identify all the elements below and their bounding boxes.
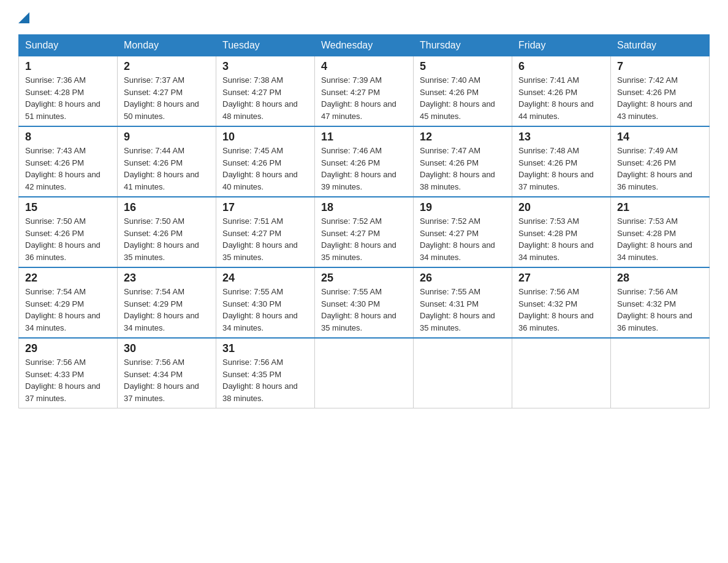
sunset-label: Sunset: 4:26 PM	[25, 158, 84, 167]
day-number: 11	[321, 131, 407, 144]
day-number: 18	[321, 201, 407, 214]
daylight-label: Daylight: 8 hours and 39 minutes.	[321, 170, 396, 191]
day-number: 20	[518, 201, 604, 214]
day-number: 21	[617, 201, 703, 214]
sunrise-label: Sunrise: 7:50 AM	[25, 216, 86, 226]
day-number: 27	[518, 272, 604, 285]
weekday-header-saturday: Saturday	[611, 35, 710, 56]
daylight-label: Daylight: 8 hours and 41 minutes.	[124, 170, 199, 191]
daylight-label: Daylight: 8 hours and 36 minutes.	[617, 170, 692, 191]
sunset-label: Sunset: 4:27 PM	[420, 229, 479, 238]
daylight-label: Daylight: 8 hours and 34 minutes.	[124, 311, 199, 332]
daylight-label: Daylight: 8 hours and 35 minutes.	[321, 311, 396, 332]
daylight-label: Daylight: 8 hours and 34 minutes.	[222, 311, 298, 332]
sunset-label: Sunset: 4:32 PM	[518, 299, 577, 308]
calendar-day-cell: 23 Sunrise: 7:54 AM Sunset: 4:29 PM Dayl…	[118, 267, 216, 338]
calendar-week-row: 22 Sunrise: 7:54 AM Sunset: 4:29 PM Dayl…	[19, 267, 710, 338]
day-number: 22	[25, 272, 111, 285]
calendar-day-cell: 16 Sunrise: 7:50 AM Sunset: 4:26 PM Dayl…	[118, 197, 216, 267]
sunset-label: Sunset: 4:29 PM	[124, 299, 183, 308]
calendar-day-cell: 24 Sunrise: 7:55 AM Sunset: 4:30 PM Dayl…	[216, 267, 315, 338]
sunrise-label: Sunrise: 7:47 AM	[420, 146, 480, 155]
sunset-label: Sunset: 4:26 PM	[518, 158, 577, 167]
calendar-week-row: 8 Sunrise: 7:43 AM Sunset: 4:26 PM Dayli…	[19, 126, 710, 197]
calendar-day-cell: 27 Sunrise: 7:56 AM Sunset: 4:32 PM Dayl…	[512, 267, 611, 338]
day-number: 31	[222, 342, 308, 355]
day-info: Sunrise: 7:50 AM Sunset: 4:26 PM Dayligh…	[124, 215, 210, 263]
sunrise-label: Sunrise: 7:38 AM	[222, 75, 283, 85]
day-number: 6	[518, 60, 604, 73]
sunset-label: Sunset: 4:28 PM	[617, 229, 676, 238]
calendar-week-row: 15 Sunrise: 7:50 AM Sunset: 4:26 PM Dayl…	[19, 197, 710, 267]
day-info: Sunrise: 7:53 AM Sunset: 4:28 PM Dayligh…	[518, 215, 604, 263]
daylight-label: Daylight: 8 hours and 42 minutes.	[25, 170, 100, 191]
calendar-day-cell: 17 Sunrise: 7:51 AM Sunset: 4:27 PM Dayl…	[216, 197, 315, 267]
calendar-day-cell: 12 Sunrise: 7:47 AM Sunset: 4:26 PM Dayl…	[414, 126, 512, 197]
calendar-day-cell: 5 Sunrise: 7:40 AM Sunset: 4:26 PM Dayli…	[414, 56, 512, 127]
daylight-label: Daylight: 8 hours and 36 minutes.	[617, 311, 692, 332]
day-info: Sunrise: 7:55 AM Sunset: 4:30 PM Dayligh…	[222, 286, 308, 334]
calendar-day-cell: 31 Sunrise: 7:56 AM Sunset: 4:35 PM Dayl…	[216, 338, 315, 408]
daylight-label: Daylight: 8 hours and 34 minutes.	[420, 240, 495, 262]
daylight-label: Daylight: 8 hours and 40 minutes.	[222, 170, 298, 191]
sunrise-label: Sunrise: 7:44 AM	[124, 146, 184, 155]
daylight-label: Daylight: 8 hours and 45 minutes.	[420, 99, 495, 121]
sunrise-label: Sunrise: 7:43 AM	[25, 146, 86, 155]
weekday-header-friday: Friday	[512, 35, 611, 56]
sunset-label: Sunset: 4:33 PM	[25, 370, 84, 379]
sunset-label: Sunset: 4:30 PM	[321, 299, 380, 308]
calendar-day-cell: 9 Sunrise: 7:44 AM Sunset: 4:26 PM Dayli…	[118, 126, 216, 197]
calendar-day-cell: 11 Sunrise: 7:46 AM Sunset: 4:26 PM Dayl…	[315, 126, 414, 197]
calendar-day-cell: 26 Sunrise: 7:55 AM Sunset: 4:31 PM Dayl…	[414, 267, 512, 338]
weekday-header-monday: Monday	[118, 35, 216, 56]
calendar-day-cell: 18 Sunrise: 7:52 AM Sunset: 4:27 PM Dayl…	[315, 197, 414, 267]
day-number: 26	[420, 272, 506, 285]
sunrise-label: Sunrise: 7:56 AM	[518, 287, 579, 296]
day-number: 7	[617, 60, 703, 73]
day-number: 4	[321, 60, 407, 73]
day-info: Sunrise: 7:55 AM Sunset: 4:30 PM Dayligh…	[321, 286, 407, 334]
calendar-day-cell: 19 Sunrise: 7:52 AM Sunset: 4:27 PM Dayl…	[414, 197, 512, 267]
sunrise-label: Sunrise: 7:55 AM	[321, 287, 382, 296]
sunset-label: Sunset: 4:32 PM	[617, 299, 676, 308]
calendar-day-cell	[315, 338, 414, 408]
day-info: Sunrise: 7:52 AM Sunset: 4:27 PM Dayligh…	[321, 215, 407, 263]
calendar-day-cell: 21 Sunrise: 7:53 AM Sunset: 4:28 PM Dayl…	[611, 197, 710, 267]
sunrise-label: Sunrise: 7:39 AM	[321, 75, 382, 85]
day-info: Sunrise: 7:56 AM Sunset: 4:34 PM Dayligh…	[124, 356, 210, 404]
sunset-label: Sunset: 4:26 PM	[321, 158, 380, 167]
sunrise-label: Sunrise: 7:52 AM	[321, 216, 382, 226]
sunset-label: Sunset: 4:31 PM	[420, 299, 479, 308]
daylight-label: Daylight: 8 hours and 37 minutes.	[518, 170, 594, 191]
sunset-label: Sunset: 4:29 PM	[25, 299, 84, 308]
day-info: Sunrise: 7:56 AM Sunset: 4:32 PM Dayligh…	[518, 286, 604, 334]
day-info: Sunrise: 7:37 AM Sunset: 4:27 PM Dayligh…	[124, 74, 210, 122]
calendar-day-cell: 30 Sunrise: 7:56 AM Sunset: 4:34 PM Dayl…	[118, 338, 216, 408]
calendar-day-cell: 6 Sunrise: 7:41 AM Sunset: 4:26 PM Dayli…	[512, 56, 611, 127]
daylight-label: Daylight: 8 hours and 38 minutes.	[420, 170, 495, 191]
sunset-label: Sunset: 4:26 PM	[124, 229, 183, 238]
sunrise-label: Sunrise: 7:53 AM	[518, 216, 579, 226]
day-info: Sunrise: 7:40 AM Sunset: 4:26 PM Dayligh…	[420, 74, 506, 122]
daylight-label: Daylight: 8 hours and 36 minutes.	[518, 311, 594, 332]
daylight-label: Daylight: 8 hours and 51 minutes.	[25, 99, 100, 121]
daylight-label: Daylight: 8 hours and 47 minutes.	[321, 99, 396, 121]
daylight-label: Daylight: 8 hours and 36 minutes.	[25, 240, 100, 262]
sunrise-label: Sunrise: 7:36 AM	[25, 75, 86, 85]
calendar-day-cell	[512, 338, 611, 408]
day-number: 8	[25, 131, 111, 144]
day-info: Sunrise: 7:56 AM Sunset: 4:33 PM Dayligh…	[25, 356, 111, 404]
daylight-label: Daylight: 8 hours and 48 minutes.	[222, 99, 298, 121]
calendar-week-row: 1 Sunrise: 7:36 AM Sunset: 4:28 PM Dayli…	[19, 56, 710, 127]
calendar-day-cell	[611, 338, 710, 408]
sunrise-label: Sunrise: 7:52 AM	[420, 216, 480, 226]
sunrise-label: Sunrise: 7:55 AM	[222, 287, 283, 296]
calendar-day-cell: 22 Sunrise: 7:54 AM Sunset: 4:29 PM Dayl…	[19, 267, 118, 338]
day-info: Sunrise: 7:43 AM Sunset: 4:26 PM Dayligh…	[25, 145, 111, 193]
calendar-day-cell: 7 Sunrise: 7:42 AM Sunset: 4:26 PM Dayli…	[611, 56, 710, 127]
calendar-day-cell: 20 Sunrise: 7:53 AM Sunset: 4:28 PM Dayl…	[512, 197, 611, 267]
calendar-day-cell: 3 Sunrise: 7:38 AM Sunset: 4:27 PM Dayli…	[216, 56, 315, 127]
day-number: 30	[124, 342, 210, 355]
calendar-table: SundayMondayTuesdayWednesdayThursdayFrid…	[18, 34, 710, 408]
calendar-day-cell: 15 Sunrise: 7:50 AM Sunset: 4:26 PM Dayl…	[19, 197, 118, 267]
